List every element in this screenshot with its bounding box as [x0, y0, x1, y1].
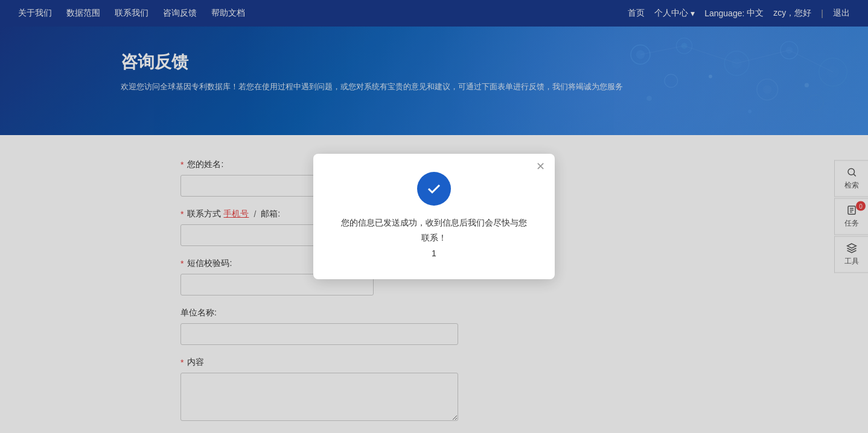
modal-close-button[interactable]: ✕ [536, 161, 545, 172]
modal-overlay[interactable]: ✕ 您的信息已发送成功，收到信息后我们会尽快与您联系！ 1 [0, 0, 868, 433]
success-modal: ✕ 您的信息已发送成功，收到信息后我们会尽快与您联系！ 1 [313, 154, 555, 279]
modal-success-icon [417, 172, 451, 206]
checkmark-icon [426, 180, 442, 197]
modal-message: 您的信息已发送成功，收到信息后我们会尽快与您联系！ 1 [337, 215, 531, 261]
